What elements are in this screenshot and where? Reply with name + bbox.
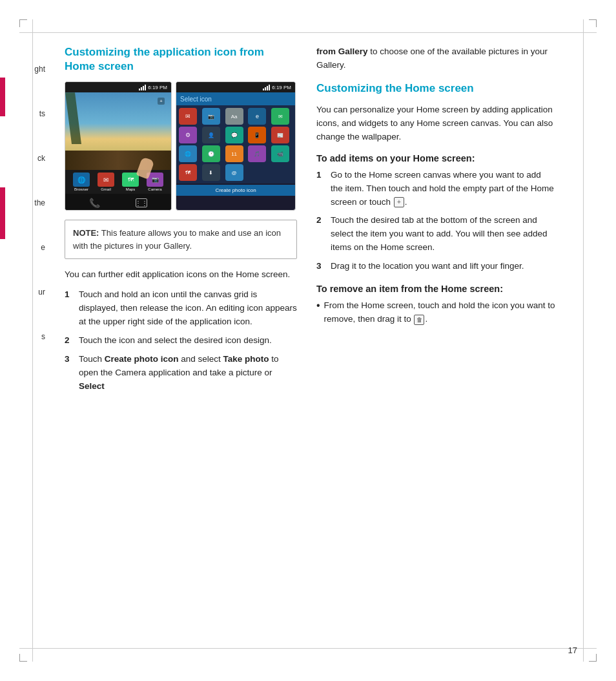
bar2	[141, 87, 142, 90]
app-icon-6: ⚙	[179, 127, 197, 143]
remove-items-title: To remove an item from the Home screen:	[316, 284, 555, 294]
right-step-3-num: 3	[316, 260, 325, 273]
page-number: 17	[568, 645, 577, 655]
sidebar-label-ts: ts	[12, 109, 50, 118]
right-column: from Gallery to choose one of the availa…	[316, 45, 555, 331]
rbar1	[263, 89, 264, 90]
bottom-nav-left: 📞 ⋮⋮	[65, 194, 171, 211]
select-icon-text: Select icon	[180, 96, 212, 103]
sidebar-tab-2	[0, 187, 5, 239]
app-icon-10: 📰	[271, 127, 289, 143]
palm-decoration	[65, 92, 98, 144]
right-step-1-num: 1	[316, 169, 325, 209]
right-step-2-num: 2	[316, 214, 325, 255]
note-label: NOTE:	[73, 228, 99, 238]
sidebar-label-ck: ck	[12, 154, 50, 163]
left-body-text: You can further edit application icons o…	[65, 268, 297, 282]
corner-mark-tr	[589, 19, 597, 27]
note-text: This feature allows you to make and use …	[73, 228, 281, 251]
remove-item-1: • From the Home screen, touch and hold t…	[316, 299, 555, 326]
left-step-1: 1 Touch and hold an icon until the canva…	[65, 288, 297, 329]
step-1-text: Touch and hold an icon until the canvas …	[79, 288, 297, 329]
create-photo-button[interactable]: Create photo icon	[176, 185, 295, 196]
step-3-text: Touch Create photo icon and select Take …	[79, 353, 297, 393]
maps-icon-symbol: 🗺	[128, 176, 134, 183]
step-1-num: 1	[65, 288, 74, 329]
app-icon-11: 🌐	[179, 145, 197, 162]
gmail-icon-symbol: ✉	[103, 176, 108, 183]
add-items-title: To add items on your Home screen:	[316, 153, 555, 163]
signal-bars-right	[263, 85, 270, 90]
status-time-left: 6:19 PM	[148, 85, 167, 90]
phone-screenshots: 6:19 PM + 🌐 Browser	[65, 81, 297, 211]
plus-btn-left: +	[158, 98, 165, 105]
app-icon-5: ✉	[271, 108, 289, 125]
right-section2-body: You can personalize your Home screen by …	[316, 103, 555, 144]
camera-label: Camera	[147, 187, 163, 191]
phone-btn: 📞	[89, 198, 100, 208]
left-step-2: 2 Touch the icon and select the desired …	[65, 334, 297, 348]
gmail-label: Gmail	[98, 187, 114, 191]
browser-label: Browser	[73, 187, 90, 191]
sidebar-label-ght: ght	[12, 65, 50, 74]
signal-bars-left	[139, 85, 146, 90]
app-grid: ✉ 📷 Aa e ✉ ⚙ 👤 💬 📱 📰 🌐 🕐 11 🎵	[176, 105, 295, 183]
maps-icon: 🗺 Maps	[122, 173, 139, 191]
step-3-bold2: Take photo	[223, 354, 269, 364]
remove-icon: 🗑	[414, 315, 424, 325]
right-step-2-text: Touch the desired tab at the bottom of t…	[331, 214, 555, 255]
bullet-dot: •	[316, 299, 320, 326]
beach-ground	[65, 151, 171, 170]
step-3-bold1: Create photo icon	[105, 354, 179, 364]
right-step-3: 3 Drag it to the location you want and l…	[316, 260, 555, 273]
right-body-top: from Gallery to choose one of the availa…	[316, 45, 555, 72]
status-time-right: 6:19 PM	[272, 85, 291, 90]
app-icon-15: 📹	[271, 145, 289, 162]
sidebar-labels: ght ts ck the e ur s	[12, 65, 50, 377]
browser-icon-symbol: 🌐	[77, 176, 85, 183]
left-step-3: 3 Touch Create photo icon and select Tak…	[65, 353, 297, 393]
app-icon-16: 🗺	[179, 164, 197, 181]
rbar4	[269, 85, 270, 90]
step-2-text: Touch the icon and select the desired ic…	[79, 334, 272, 348]
sidebar-label-s: s	[12, 332, 50, 341]
browser-icon: 🌐 Browser	[73, 173, 90, 191]
app-icon-12: 🕐	[202, 145, 220, 162]
app-icon-13: 11	[225, 145, 243, 162]
sidebar-tab-1	[0, 78, 5, 116]
right-step-1: 1 Go to the Home screen canvas where you…	[316, 169, 555, 209]
app-icon-14: 🎵	[248, 145, 266, 162]
maps-label: Maps	[122, 187, 139, 191]
left-steps-list: 1 Touch and hold an icon until the canva…	[65, 288, 297, 393]
app-icon-17: ⬇	[202, 164, 220, 181]
rbar2	[265, 87, 266, 90]
note-box: NOTE: This feature allows you to make an…	[65, 220, 297, 259]
right-steps-list: 1 Go to the Home screen canvas where you…	[316, 169, 555, 273]
right-step-2: 2 Touch the desired tab at the bottom of…	[316, 214, 555, 255]
app-icon-7: 👤	[202, 127, 220, 143]
corner-mark-tl	[19, 19, 27, 27]
phone-screen-right: 6:19 PM Select icon ✉ 📷 Aa e ✉ ⚙ 👤 💬 📱	[176, 81, 296, 211]
phone-wallpaper: +	[65, 92, 171, 170]
camera-icon-symbol: 📷	[152, 176, 159, 183]
bar4	[145, 85, 146, 90]
bar1	[139, 89, 140, 90]
page-rule-top	[19, 32, 597, 33]
bar3	[143, 86, 144, 90]
app-icon-3: Aa	[225, 108, 243, 125]
app-icon-9: 📱	[248, 127, 266, 143]
gmail-icon-bg: ✉	[98, 173, 114, 187]
right-section-title: Customizing the Home screen	[316, 81, 555, 96]
phone-screen-left: 6:19 PM + 🌐 Browser	[65, 81, 172, 211]
browser-icon-bg: 🌐	[73, 173, 90, 187]
from-gallery-bold: from Gallery	[316, 47, 368, 56]
remove-items-list: • From the Home screen, touch and hold t…	[316, 299, 555, 326]
sidebar-label-the: the	[12, 198, 50, 207]
app-icon-8: 💬	[225, 127, 243, 143]
step-3-bold3: Select	[79, 381, 105, 391]
corner-mark-br	[589, 654, 597, 662]
grid-btn: ⋮⋮	[136, 198, 147, 207]
step-3-num: 3	[65, 353, 74, 393]
status-bar-right: 6:19 PM	[176, 82, 295, 92]
rbar3	[267, 86, 268, 90]
